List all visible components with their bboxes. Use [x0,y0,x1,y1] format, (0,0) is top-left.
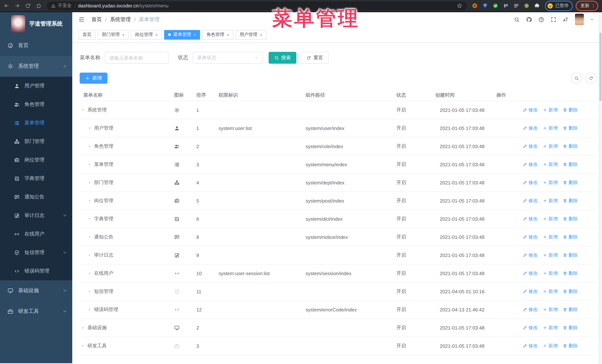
edit-action[interactable]: 修改 [523,179,538,186]
caret-right-icon[interactable] [81,326,85,330]
add-action[interactable]: 新增 [543,306,558,313]
delete-action[interactable]: 删除 [563,107,578,113]
delete-action[interactable]: 删除 [563,125,578,131]
caret-right-icon[interactable] [88,271,92,275]
edit-action[interactable]: 修改 [523,143,538,149]
breadcrumb-item[interactable]: 系统管理 [110,16,131,23]
search-button[interactable]: 搜索 [269,52,296,64]
delete-action[interactable]: 删除 [563,234,578,240]
caret-right-icon[interactable] [88,253,92,257]
add-action[interactable]: 新增 [543,179,558,186]
breadcrumb-item[interactable]: 菜单管理 [139,16,160,23]
forward-arrow-icon[interactable] [14,3,20,9]
close-tab-icon[interactable]: × [194,32,196,37]
gem-icon[interactable] [482,3,488,9]
scrollbar-thumb[interactable] [599,32,602,101]
reload-icon[interactable] [25,3,31,9]
edit-action[interactable]: 修改 [523,288,538,295]
bookmark-star-icon[interactable] [457,3,462,9]
browser-update-button[interactable]: 更新 [576,0,598,11]
collapse-sidebar-icon[interactable] [78,16,85,23]
add-button[interactable]: 新增 [80,73,108,84]
add-action[interactable]: 新增 [543,161,558,167]
view-tab[interactable]: 岗位管理 × [131,30,162,40]
delete-action[interactable]: 删除 [563,252,578,258]
add-action[interactable]: 新增 [543,198,558,204]
chevron-down-icon[interactable] [590,18,594,21]
edit-action[interactable]: 修改 [523,107,538,113]
view-tab[interactable]: 菜单管理 × [164,30,200,40]
caret-right-icon[interactable] [88,181,92,184]
edit-action[interactable]: 修改 [523,216,538,222]
browser-profile-badge[interactable]: 已暂停 [545,0,573,11]
delete-action[interactable]: 删除 [563,343,578,349]
add-action[interactable]: 新增 [543,107,558,113]
kebab-menu-icon[interactable] [591,3,596,8]
disc-icon[interactable] [524,3,529,9]
edit-action[interactable]: 修改 [523,252,538,258]
sidebar-subitem[interactable]: 字典管理 [0,169,72,188]
caret-right-icon[interactable] [88,217,92,221]
home-icon[interactable] [36,3,42,9]
bars-icon[interactable] [514,3,519,9]
sidebar-subitem[interactable]: 部门管理 [0,132,72,151]
add-action[interactable]: 新增 [543,324,558,331]
view-tab[interactable]: 用户管理 × [236,30,267,40]
ring-icon[interactable] [472,3,478,9]
fullscreen-icon[interactable] [550,16,556,22]
edit-action[interactable]: 修改 [523,234,538,240]
search-icon[interactable] [514,16,520,22]
add-action[interactable]: 新增 [543,288,558,295]
app-logo[interactable]: 芋道管理系统 [0,12,72,35]
sidebar-subitem[interactable]: 审计日志 [0,206,72,225]
add-action[interactable]: 新增 [543,143,558,149]
add-action[interactable]: 新增 [543,252,558,258]
close-tab-icon[interactable]: × [155,32,158,37]
add-action[interactable]: 新增 [543,125,558,131]
sidebar-subitem[interactable]: 错误码管理 [0,262,72,280]
edit-action[interactable]: 修改 [523,198,538,204]
delete-action[interactable]: 删除 [563,288,578,295]
close-tab-icon[interactable]: × [227,32,229,37]
edit-action[interactable]: 修改 [523,343,538,349]
caret-right-icon[interactable] [88,199,92,203]
view-tab[interactable]: 角色管理 × [203,30,233,40]
caret-right-icon[interactable] [88,290,92,293]
site-security[interactable]: 不安全 [51,3,72,9]
edit-action[interactable]: 修改 [523,161,538,167]
caret-right-icon[interactable] [88,235,92,239]
page-scrollbar[interactable] [599,12,602,364]
sidebar-subitem[interactable]: 用户管理 [0,77,72,95]
sidebar-subitem[interactable]: 短信管理 [0,243,72,262]
delete-action[interactable]: 删除 [563,324,578,331]
sidebar-item[interactable]: 首页 [0,35,72,56]
caret-right-icon[interactable] [88,126,92,130]
delete-action[interactable]: 删除 [563,161,578,167]
menu-name-input[interactable] [105,52,169,64]
sidebar-item[interactable]: 研发工具 [0,301,72,322]
add-action[interactable]: 新增 [543,270,558,276]
delete-action[interactable]: 删除 [563,179,578,186]
toggle-search-button[interactable] [571,73,582,84]
reset-button[interactable]: 重置 [301,52,329,64]
cols-icon[interactable] [503,3,509,9]
edit-action[interactable]: 修改 [523,306,538,313]
question-icon[interactable] [538,16,544,22]
delete-action[interactable]: 删除 [563,270,578,276]
address-bar[interactable]: 不安全 dashboard.yudao.iocoder.cn/system/me… [47,1,467,10]
sidebar-subitem[interactable]: 菜单管理 [0,114,72,132]
sidebar-subitem[interactable]: 在线用户 [0,225,72,243]
back-arrow-icon[interactable] [4,3,9,9]
add-action[interactable]: 新增 [543,216,558,222]
breadcrumb-item[interactable]: 首页 [92,16,102,23]
sidebar-subitem[interactable]: 角色管理 [0,95,72,114]
delete-action[interactable]: 删除 [563,143,578,149]
edit-action[interactable]: 修改 [523,270,538,276]
refresh-table-button[interactable] [585,73,596,84]
sidebar-item[interactable]: 系统管理 [0,56,72,77]
caret-right-icon[interactable] [81,344,85,348]
close-tab-icon[interactable]: × [260,32,262,37]
delete-action[interactable]: 删除 [563,306,578,313]
add-action[interactable]: 新增 [543,343,558,349]
user-avatar[interactable] [575,14,584,25]
